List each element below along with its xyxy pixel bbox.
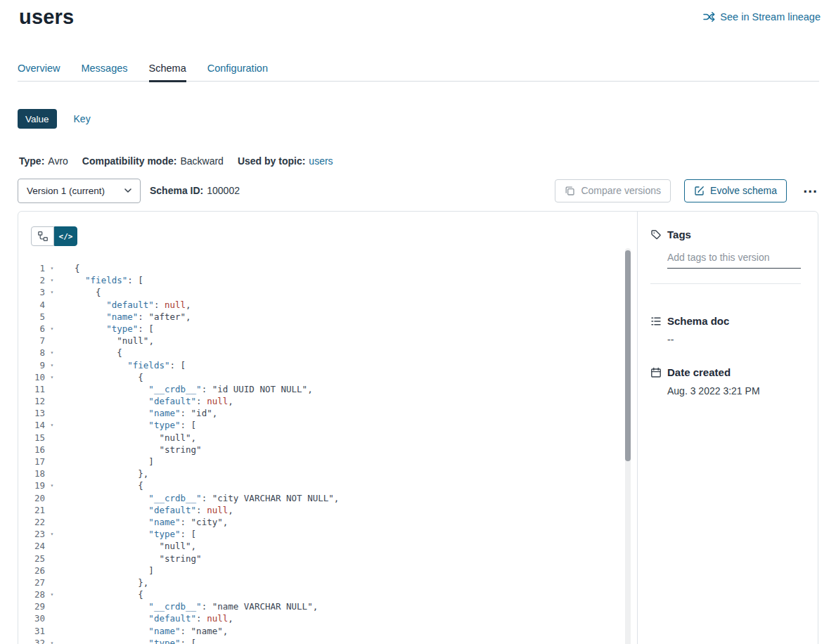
tree-view-icon [37, 231, 49, 242]
topic-link[interactable]: users [309, 155, 333, 167]
schema-doc-heading: Schema doc [650, 315, 801, 327]
code-text: "string" [57, 553, 202, 565]
fold-spacer [47, 553, 57, 565]
tab-bar: Overview Messages Schema Configuration [18, 63, 819, 82]
fold-toggle-icon[interactable]: ▾ [47, 588, 57, 600]
code-text: { [57, 262, 80, 274]
fold-toggle-icon[interactable]: ▾ [47, 528, 57, 540]
code-text: "type": [ [57, 637, 196, 644]
tab-configuration[interactable]: Configuration [207, 63, 268, 82]
line-number: 11 [18, 383, 45, 395]
code-line: 15 "null", [18, 432, 623, 444]
code-lines: 1▾{2▾ "fields": [3▾ {4 "default": null,5… [18, 262, 623, 644]
fold-toggle-icon[interactable]: ▾ [47, 359, 57, 371]
code-line: 25 "string" [18, 553, 623, 565]
line-number: 27 [18, 577, 45, 588]
code-line: 19▾ { [18, 479, 623, 491]
side-divider [650, 283, 801, 284]
code-line: 29 "__crdb__": "name VARCHAR NULL", [18, 600, 623, 612]
date-created-value: Aug. 3 2022 3:21 PM [667, 385, 801, 397]
code-line: 7 "null", [18, 335, 623, 347]
line-number: 6 [18, 323, 45, 335]
fold-spacer [47, 432, 57, 444]
compatibility-mode: Compatibility mode: Backward [82, 155, 224, 167]
tags-input[interactable] [667, 252, 801, 269]
code-line: 21 "default": null, [18, 504, 623, 516]
code-line: 27 }, [18, 577, 623, 588]
fold-toggle-icon[interactable]: ▾ [47, 637, 57, 644]
date-created-section: Date created Aug. 3 2022 3:21 PM [650, 366, 801, 397]
code-line: 23▾ "type": [ [18, 528, 623, 540]
code-text: "type": [ [57, 323, 154, 335]
fold-spacer [47, 444, 57, 456]
date-created-heading-label: Date created [667, 366, 731, 378]
line-number: 24 [18, 540, 45, 552]
line-number: 23 [18, 528, 45, 540]
line-number: 29 [18, 600, 45, 612]
code-text: }, [57, 468, 148, 479]
code-line: 9▾ "fields": [ [18, 359, 623, 371]
code-text: "name": "after", [57, 311, 191, 323]
key-toggle-button[interactable]: Key [74, 113, 91, 124]
fold-spacer [47, 600, 57, 612]
fold-toggle-icon[interactable]: ▾ [47, 323, 57, 335]
code-line: 18 }, [18, 468, 623, 479]
line-number: 4 [18, 299, 45, 311]
stream-lineage-icon [703, 11, 715, 22]
scrollbar-thumb[interactable] [625, 250, 631, 461]
tab-messages[interactable]: Messages [81, 63, 127, 82]
line-number: 1 [18, 262, 45, 274]
value-toggle-button[interactable]: Value [18, 109, 57, 129]
code-text: ] [57, 565, 154, 577]
version-select[interactable]: Version 1 (current) [18, 179, 141, 203]
schema-doc-heading-label: Schema doc [667, 315, 729, 327]
line-number: 8 [18, 347, 45, 359]
fold-toggle-icon[interactable]: ▾ [47, 262, 57, 274]
version-bar: Version 1 (current) Schema ID: 100002 Co… [18, 178, 821, 203]
code-text: "default": null, [57, 395, 233, 407]
fold-toggle-icon[interactable]: ▾ [47, 479, 57, 491]
code-text: { [57, 588, 143, 600]
fold-toggle-icon[interactable]: ▾ [47, 371, 57, 383]
code-text: "__crdb__": "city VARCHAR NOT NULL", [57, 492, 339, 504]
line-number: 3 [18, 286, 45, 298]
line-number: 7 [18, 335, 45, 347]
code-line: 5 "name": "after", [18, 311, 623, 323]
tab-overview[interactable]: Overview [18, 63, 60, 82]
fold-toggle-icon[interactable]: ▾ [47, 419, 57, 431]
stream-lineage-link[interactable]: See in Stream lineage [703, 11, 821, 22]
compatibility-mode-value: Backward [180, 155, 223, 167]
code-line: 32▾ "type": [ [18, 637, 623, 644]
fold-spacer [47, 540, 57, 552]
code-text: "name": "id", [57, 407, 217, 419]
line-number: 17 [18, 456, 45, 468]
compare-versions-icon [565, 186, 575, 196]
fold-toggle-icon[interactable]: ▾ [47, 347, 57, 359]
fold-spacer [47, 565, 57, 577]
line-number: 31 [18, 625, 45, 637]
code-line: 8▾ { [18, 347, 623, 359]
fold-spacer [47, 311, 57, 323]
code-text: }, [57, 577, 148, 588]
fold-spacer [47, 468, 57, 479]
line-number: 30 [18, 612, 45, 624]
code-line: 13 "name": "id", [18, 407, 623, 419]
fold-spacer [47, 456, 57, 468]
tab-schema[interactable]: Schema [149, 63, 186, 82]
fold-spacer [47, 299, 57, 311]
schema-id-value: 100002 [207, 185, 240, 196]
code-text: "default": null, [57, 504, 233, 516]
schema-doc-section: Schema doc -- [650, 315, 801, 345]
compare-versions-button[interactable]: Compare versions [555, 179, 671, 202]
fold-spacer [47, 383, 57, 395]
fold-toggle-icon[interactable]: ▾ [47, 286, 57, 298]
code-view-button[interactable]: </> [54, 226, 77, 246]
code-text: "__crdb__": "name VARCHAR NULL", [57, 600, 318, 612]
fold-toggle-icon[interactable]: ▾ [47, 274, 57, 286]
code-text: "type": [ [57, 419, 196, 431]
evolve-schema-label: Evolve schema [710, 185, 777, 196]
more-actions-button[interactable]: ⋯ [800, 183, 821, 198]
evolve-schema-button[interactable]: Evolve schema [684, 179, 787, 202]
line-number: 12 [18, 395, 45, 407]
tree-view-button[interactable] [31, 226, 54, 246]
